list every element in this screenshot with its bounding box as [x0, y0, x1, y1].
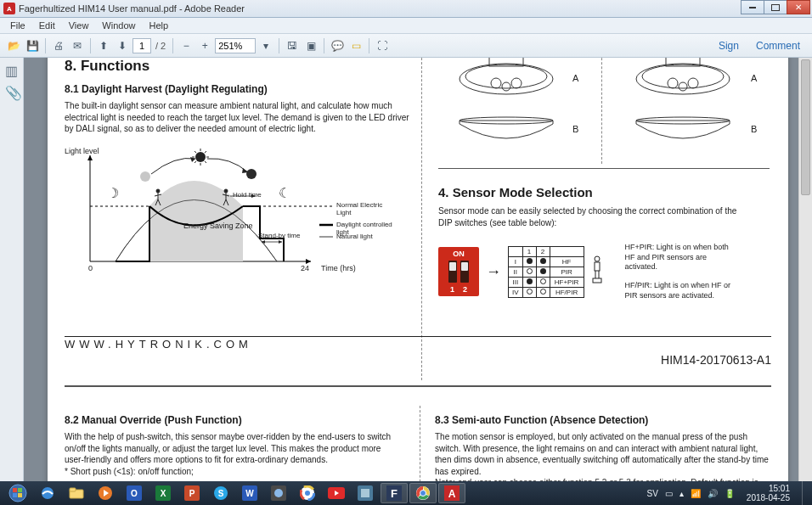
- tool-save-icon[interactable]: 🖫: [284, 37, 301, 54]
- menu-file[interactable]: File: [3, 19, 32, 32]
- task-adobe-reader[interactable]: A: [438, 483, 465, 503]
- svg-point-52: [595, 256, 600, 261]
- task-outlook[interactable]: O: [121, 483, 148, 503]
- tray-battery-icon[interactable]: 🔋: [725, 489, 735, 498]
- comment-button[interactable]: Comment: [749, 36, 807, 55]
- task-word[interactable]: W: [236, 483, 263, 503]
- svg-point-44: [636, 64, 730, 94]
- menu-help[interactable]: Help: [142, 19, 175, 32]
- tray-show-hidden-icon[interactable]: ▴: [679, 489, 684, 498]
- task-skype[interactable]: S: [207, 483, 234, 503]
- website-url: WWW.HYTRONIK.COM: [65, 338, 252, 351]
- svg-text:O: O: [131, 489, 138, 498]
- tray-lang[interactable]: SV: [647, 489, 658, 498]
- side-panel: ▥ 📎: [0, 58, 24, 481]
- task-youtube[interactable]: [323, 483, 350, 503]
- task-app1[interactable]: [265, 483, 292, 503]
- close-button[interactable]: ✕: [787, 0, 810, 14]
- section-8-3-body: The motion sensor is employed, but only …: [435, 431, 771, 477]
- menu-edit[interactable]: Edit: [32, 19, 62, 32]
- menubar: File Edit View Window Help: [0, 18, 812, 34]
- sensor-top-a-left: [447, 58, 566, 100]
- menu-view[interactable]: View: [62, 19, 96, 32]
- tool-snapshot-icon[interactable]: ▣: [302, 37, 319, 54]
- graph-standby: Stand-by time: [258, 232, 300, 239]
- tray-network-icon[interactable]: 📶: [691, 489, 701, 498]
- document-area[interactable]: 8. Functions 8.1 Daylight Harvest (Dayli…: [24, 58, 812, 481]
- task-powerpoint[interactable]: P: [178, 483, 206, 503]
- task-media[interactable]: [92, 483, 119, 503]
- svg-point-41: [491, 78, 501, 88]
- start-button[interactable]: [3, 482, 32, 504]
- task-excel[interactable]: X: [149, 483, 177, 503]
- svg-marker-16: [190, 157, 195, 162]
- svg-text:S: S: [218, 489, 224, 498]
- sign-button[interactable]: Sign: [712, 36, 746, 55]
- minimize-button[interactable]: [741, 0, 764, 14]
- svg-point-20: [156, 189, 160, 193]
- save-icon[interactable]: 💾: [24, 37, 41, 54]
- zoom-in-icon[interactable]: +: [196, 37, 213, 54]
- svg-rect-61: [18, 493, 22, 497]
- open-icon[interactable]: 📂: [5, 37, 22, 54]
- column-divider: [421, 58, 422, 380]
- maximize-button[interactable]: [764, 0, 787, 14]
- menu-window[interactable]: Window: [95, 19, 142, 32]
- read-mode-icon[interactable]: ⛶: [374, 37, 391, 54]
- pdf-page: 8. Functions 8.1 Daylight Harvest (Dayli…: [48, 58, 788, 481]
- system-tray: SV ▭ ▴ 📶 🔊 🔋 15:01 2018-04-25: [644, 481, 813, 505]
- graph-hold: Hold time: [233, 191, 262, 199]
- task-ie[interactable]: [34, 483, 61, 503]
- svg-point-49: [679, 82, 687, 91]
- task-explorer[interactable]: [63, 483, 90, 503]
- label-b-1: B: [572, 124, 578, 134]
- toolbar: 📂 💾 🖨 ✉ ⬆ ⬇ / 2 − + ▾ 🖫 ▣ 💬 ▭ ⛶ Sign Com…: [0, 34, 812, 58]
- show-desktop-button[interactable]: [802, 481, 809, 505]
- svg-point-43: [502, 82, 510, 91]
- page-up-icon[interactable]: ⬆: [95, 37, 112, 54]
- section-8-2-title: 8.2 Manual Override (Push Function): [65, 414, 401, 426]
- sensor-divider: [601, 58, 602, 164]
- zoom-out-icon[interactable]: −: [178, 37, 195, 54]
- dip-switch-icon: ON 12: [438, 247, 479, 296]
- svg-text:P: P: [189, 489, 195, 498]
- svg-point-78: [274, 489, 283, 497]
- section-8-1-title: 8.1 Daylight Harvest (Daylight Regulatin…: [65, 83, 413, 95]
- svg-rect-59: [18, 488, 22, 492]
- page-total: / 2: [153, 41, 168, 51]
- legend-normal: Normal Electric Light: [336, 201, 396, 216]
- zoom-input[interactable]: [215, 38, 256, 53]
- svg-point-15: [246, 169, 257, 179]
- print-icon[interactable]: 🖨: [50, 37, 67, 54]
- task-chrome[interactable]: [409, 483, 437, 503]
- vertical-scrollbar[interactable]: [798, 58, 812, 481]
- task-app2[interactable]: [352, 483, 379, 503]
- tray-volume-icon[interactable]: 🔊: [708, 489, 718, 498]
- svg-point-83: [305, 491, 310, 496]
- svg-point-6: [195, 152, 206, 162]
- page-input[interactable]: [133, 38, 151, 53]
- zoom-dropdown-icon[interactable]: ▾: [257, 37, 274, 54]
- section-8-2-body: With the help of push-switch, this senso…: [65, 431, 401, 466]
- comment-bubble-icon[interactable]: 💬: [329, 37, 346, 54]
- email-icon[interactable]: ✉: [69, 37, 86, 54]
- svg-marker-34: [279, 240, 282, 244]
- attachment-icon[interactable]: 📎: [5, 85, 19, 98]
- daylight-graph: ☽ ☾ Light level: [65, 147, 396, 283]
- svg-rect-64: [70, 488, 76, 491]
- legend-hf-or-pir: HF/PIR: Light is on when HF or PIR senso…: [625, 281, 736, 300]
- task-f-app[interactable]: F: [381, 483, 408, 503]
- scrollbar-thumb[interactable]: [801, 59, 810, 195]
- svg-marker-17: [242, 168, 248, 173]
- svg-text:F: F: [391, 487, 398, 500]
- tray-flag-icon[interactable]: ▭: [665, 489, 673, 498]
- highlight-icon[interactable]: ▭: [347, 37, 364, 54]
- graph-ylabel: Light level: [65, 147, 99, 155]
- svg-rect-60: [13, 493, 17, 497]
- thumbnails-icon[interactable]: ▥: [5, 63, 19, 76]
- task-chrome2[interactable]: [294, 483, 321, 503]
- page-down-icon[interactable]: ⬇: [114, 37, 131, 54]
- dip-table: 12 IHF IIPIR IIIHF+PIR IVHF/PIR: [508, 246, 584, 298]
- tray-clock[interactable]: 15:01 2018-04-25: [742, 484, 795, 502]
- window-title: Fagerhultized HIM14 User manual.pdf - Ad…: [19, 3, 245, 14]
